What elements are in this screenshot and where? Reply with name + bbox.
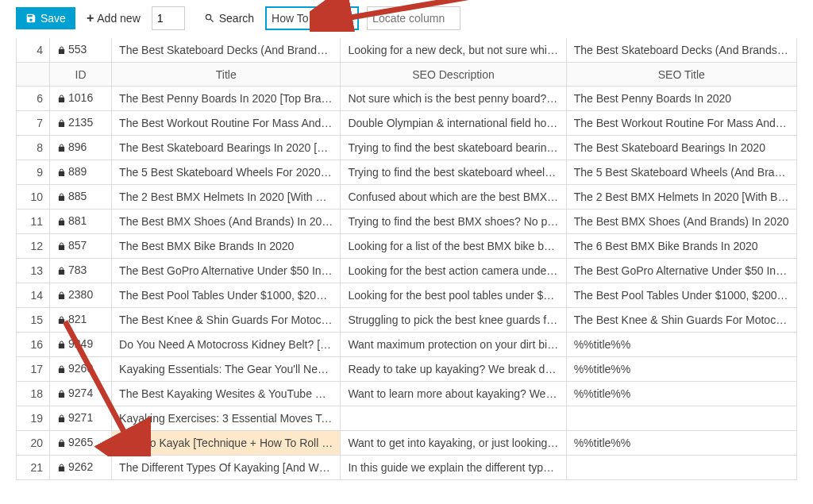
cell-id[interactable]: 9274 [50, 382, 112, 406]
cell-seo-title[interactable]: %%title%% [566, 333, 796, 357]
cell-title[interactable]: The Best BMX Shoes (And Brands) In 2020 [112, 210, 341, 234]
cell-title[interactable]: How To Kayak [Technique + How To Roll & … [112, 431, 341, 456]
cell-title[interactable]: The 5 Best Skateboard Wheels For 2020 [T… [112, 160, 341, 185]
cell-title[interactable]: The Different Types Of Kayaking [And Whi… [112, 456, 341, 480]
cell-id[interactable]: 881 [50, 210, 112, 234]
table-row[interactable]: 72135The Best Workout Routine For Mass A… [17, 111, 797, 136]
cell-title[interactable]: The Best Pool Tables Under $1000, $2000 … [112, 283, 341, 308]
cell-seo-description[interactable]: Trying to find the best skateboard beari… [341, 136, 566, 160]
cell-id[interactable]: 2380 [50, 283, 112, 308]
cell-seo-description[interactable]: Struggling to pick the best knee guards … [341, 308, 566, 333]
cell-title[interactable]: The Best Penny Boards In 2020 [Top Brand… [112, 87, 341, 111]
cell-title[interactable]: Kayaking Exercises: 3 Essential Moves To… [112, 406, 341, 431]
cell-seo-description[interactable]: Want maximum protection on your dirt bik… [341, 333, 566, 357]
cell-id[interactable]: 9265 [50, 431, 112, 456]
cell-seo-title[interactable]: The 6 Best BMX Bike Brands In 2020 [566, 234, 796, 259]
cell-id[interactable]: 896 [50, 136, 112, 160]
cell-title[interactable]: Do You Need A Motocross Kidney Belt? [An… [112, 333, 341, 357]
cell-seo-title[interactable]: %%title%% [566, 382, 796, 406]
cell-id[interactable]: 9262 [50, 456, 112, 480]
lock-icon [57, 240, 66, 253]
cell-seo-title[interactable]: The Best Knee & Shin Guards For Motocros… [566, 308, 796, 333]
table-row[interactable]: 169249Do You Need A Motocross Kidney Bel… [17, 333, 797, 357]
cell-title[interactable]: The Best Skateboard Decks (And Brands) I… [112, 38, 341, 63]
table-row[interactable]: 11881The Best BMX Shoes (And Brands) In … [17, 210, 797, 234]
cell-seo-description[interactable]: In this guide we explain the different t… [341, 456, 566, 480]
cell-seo-title[interactable]: The 5 Best Skateboard Wheels (And Brands… [566, 160, 796, 185]
cell-seo-title[interactable]: The Best BMX Shoes (And Brands) In 2020 [566, 210, 796, 234]
cell-seo-description[interactable]: Looking for a list of the best BMX bike … [341, 234, 566, 259]
table-row[interactable]: 13783The Best GoPro Alternative Under $5… [17, 259, 797, 283]
cell-title[interactable]: The Best Workout Routine For Mass And St… [112, 111, 341, 136]
cell-seo-title[interactable] [566, 456, 796, 480]
table-row[interactable]: 8896The Best Skateboard Bearings In 2020… [17, 136, 797, 160]
cell-seo-title[interactable]: %%title%% [566, 431, 796, 456]
cell-title[interactable]: The Best Kayaking Wesites & YouTube Chan… [112, 382, 341, 406]
cell-seo-title[interactable]: The Best GoPro Alternative Under $50 In … [566, 259, 796, 283]
cell-title[interactable]: The Best BMX Bike Brands In 2020 [112, 234, 341, 259]
table-row[interactable]: 142380The Best Pool Tables Under $1000, … [17, 283, 797, 308]
cell-seo-description[interactable]: Want to get into kayaking, or just looki… [341, 431, 566, 456]
col-header-id[interactable]: ID [50, 63, 112, 87]
cell-title[interactable]: Kayaking Essentials: The Gear You'll Nee… [112, 357, 341, 382]
table-row[interactable]: 179260Kayaking Essentials: The Gear You'… [17, 357, 797, 382]
table-row[interactable]: 9889The 5 Best Skateboard Wheels For 202… [17, 160, 797, 185]
cell-seo-title[interactable]: The Best Pool Tables Under $1000, $2000 … [566, 283, 796, 308]
search-input[interactable] [265, 6, 359, 30]
cell-id[interactable]: 1016 [50, 87, 112, 111]
table-row[interactable]: 10885The 2 Best BMX Helmets In 2020 [Wit… [17, 185, 797, 210]
col-header-title[interactable]: Title [112, 63, 341, 87]
table-row[interactable]: 189274The Best Kayaking Wesites & YouTub… [17, 382, 797, 406]
cell-seo-description[interactable]: Looking for the best pool tables under $… [341, 283, 566, 308]
cell-seo-description[interactable]: Ready to take up kayaking? We break down… [341, 357, 566, 382]
cell-id[interactable]: 885 [50, 185, 112, 210]
cell-id[interactable]: 9271 [50, 406, 112, 431]
row-number: 8 [17, 136, 50, 160]
toolbar: Save + Add new Search [0, 0, 813, 38]
cell-title[interactable]: The Best Knee & Shin Guards For Motocros… [112, 308, 341, 333]
cell-seo-title[interactable]: The Best Skateboard Decks (And Brands) I… [566, 38, 796, 63]
cell-seo-description[interactable]: Looking for a new deck, but not sure whi… [341, 38, 566, 63]
search-button[interactable]: Search [201, 7, 257, 29]
cell-seo-title[interactable]: The Best Penny Boards In 2020 [566, 87, 796, 111]
cell-id[interactable]: 9260 [50, 357, 112, 382]
add-new-button[interactable]: + Add new [83, 7, 144, 29]
table-row[interactable]: 12857The Best BMX Bike Brands In 2020Loo… [17, 234, 797, 259]
locate-column-input[interactable] [367, 6, 460, 30]
cell-id[interactable]: 9249 [50, 333, 112, 357]
cell-id[interactable]: 889 [50, 160, 112, 185]
cell-id[interactable]: 821 [50, 308, 112, 333]
cell-seo-description[interactable]: Looking for the best action camera under… [341, 259, 566, 283]
cell-seo-description[interactable]: Confused about which are the best BMX he… [341, 185, 566, 210]
cell-seo-description[interactable]: Trying to find the best BMX shoes? No pr… [341, 210, 566, 234]
cell-id[interactable]: 2135 [50, 111, 112, 136]
cell-title[interactable]: The Best GoPro Alternative Under $50 In … [112, 259, 341, 283]
lock-icon [57, 117, 66, 130]
table-row[interactable]: 199271Kayaking Exercises: 3 Essential Mo… [17, 406, 797, 431]
cell-title[interactable]: The 2 Best BMX Helmets In 2020 [With Buy… [112, 185, 341, 210]
cell-seo-title[interactable]: The Best Skateboard Bearings In 2020 [566, 136, 796, 160]
save-button[interactable]: Save [16, 7, 75, 29]
cell-seo-description[interactable]: Want to learn more about kayaking? We've… [341, 382, 566, 406]
page-number-input[interactable] [152, 6, 185, 30]
table-row[interactable]: 219262The Different Types Of Kayaking [A… [17, 456, 797, 480]
cell-seo-description[interactable]: Double Olympian & international field ho… [341, 111, 566, 136]
table-row[interactable]: 209265How To Kayak [Technique + How To R… [17, 431, 797, 456]
table-row[interactable]: 15821The Best Knee & Shin Guards For Mot… [17, 308, 797, 333]
cell-id[interactable]: 857 [50, 234, 112, 259]
cell-id[interactable]: 553 [50, 38, 112, 63]
cell-id[interactable]: 783 [50, 259, 112, 283]
table-row[interactable]: 61016The Best Penny Boards In 2020 [Top … [17, 87, 797, 111]
row-number: 13 [17, 259, 50, 283]
cell-seo-title[interactable]: %%title%% [566, 357, 796, 382]
cell-seo-description[interactable] [341, 406, 566, 431]
cell-seo-title[interactable]: The 2 Best BMX Helmets In 2020 [With Buy… [566, 185, 796, 210]
cell-title[interactable]: The Best Skateboard Bearings In 2020 [To… [112, 136, 341, 160]
col-header-seo-description[interactable]: SEO Description [341, 63, 566, 87]
cell-seo-title[interactable]: The Best Workout Routine For Mass And St… [566, 111, 796, 136]
cell-seo-description[interactable]: Not sure which is the best penny board? … [341, 87, 566, 111]
col-header-seo-title[interactable]: SEO Title [566, 63, 796, 87]
table-row[interactable]: 4553The Best Skateboard Decks (And Brand… [17, 38, 797, 63]
cell-seo-title[interactable] [566, 406, 796, 431]
cell-seo-description[interactable]: Trying to find the best skateboard wheel… [341, 160, 566, 185]
